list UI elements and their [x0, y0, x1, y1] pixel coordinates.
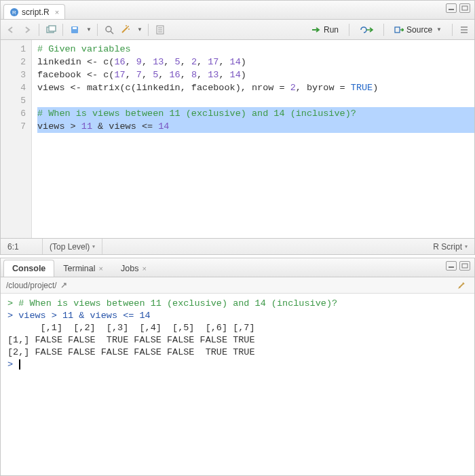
- code-area[interactable]: # Given variableslinkedin <- c(16, 9, 13…: [32, 40, 474, 238]
- console-prompt[interactable]: >: [7, 359, 474, 371]
- line-number: 4: [1, 81, 26, 94]
- code-editor[interactable]: 1234567 # Given variableslinkedin <- c(1…: [1, 40, 474, 238]
- console-pane: Console Terminal× Jobs× /cloud/project/ …: [0, 258, 475, 476]
- maximize-console-icon[interactable]: [459, 261, 470, 271]
- line-number: 2: [1, 56, 26, 68]
- code-line[interactable]: linkedin <- c(16, 9, 13, 5, 2, 17, 14): [37, 56, 474, 68]
- report-icon[interactable]: [154, 24, 166, 36]
- tab-script[interactable]: R script.R ×: [3, 4, 65, 19]
- svg-rect-5: [49, 26, 56, 31]
- source-statusbar: 6:1 (Top Level)▾ R Script▾: [1, 238, 474, 254]
- svg-point-12: [128, 28, 130, 30]
- code-line[interactable]: views <- matrix(c(linkedin, facebook), n…: [37, 81, 474, 94]
- working-dir: /cloud/project/: [6, 281, 57, 290]
- source-button[interactable]: Source ▼: [390, 23, 446, 37]
- svg-rect-23: [462, 264, 468, 268]
- source-tabbar: R script.R ×: [1, 1, 474, 20]
- rstudio-file-icon: R: [10, 7, 19, 17]
- wand-icon[interactable]: [119, 24, 132, 36]
- find-icon[interactable]: [103, 24, 115, 36]
- terminal-close-icon[interactable]: ×: [99, 264, 103, 273]
- scope-selector[interactable]: (Top Level)▾: [43, 239, 102, 254]
- language-selector[interactable]: R Script▾: [426, 239, 474, 254]
- console-tabbar: Console Terminal× Jobs×: [1, 258, 474, 277]
- console-window-controls: [446, 261, 470, 271]
- svg-point-13: [126, 25, 127, 26]
- svg-point-11: [128, 26, 129, 27]
- rerun-button[interactable]: [355, 24, 378, 36]
- minimize-console-icon[interactable]: [446, 261, 457, 271]
- svg-rect-22: [449, 266, 454, 268]
- tab-console[interactable]: Console: [3, 260, 54, 277]
- console-output[interactable]: > # When is views between 11 (exclusive)…: [1, 294, 474, 475]
- svg-rect-2: [449, 9, 454, 10]
- source-dropdown-icon[interactable]: ▼: [436, 26, 442, 33]
- source-label: Source: [406, 25, 432, 35]
- source-icon: [394, 26, 404, 34]
- console-line: [,1] [,2] [,3] [,4] [,5] [,6] [,7]: [7, 322, 474, 334]
- source-toolbar: ▼ ▼ Run Source ▼: [1, 20, 474, 40]
- forward-icon[interactable]: [21, 24, 33, 36]
- svg-rect-7: [73, 27, 77, 29]
- path-popout-icon[interactable]: [60, 281, 68, 290]
- code-line[interactable]: # When is views between 11 (exclusive) a…: [37, 107, 474, 120]
- pane-window-controls: [446, 3, 470, 13]
- svg-line-10: [122, 27, 128, 33]
- tab-jobs[interactable]: Jobs×: [112, 260, 155, 277]
- code-line[interactable]: # Given variables: [37, 43, 474, 56]
- cursor-icon: [19, 359, 20, 370]
- save-dropdown-icon[interactable]: ▼: [86, 26, 92, 33]
- svg-point-8: [106, 26, 111, 32]
- tab-script-label: script.R: [22, 7, 50, 17]
- line-gutter: 1234567: [1, 40, 32, 238]
- back-icon[interactable]: [5, 24, 17, 36]
- svg-rect-3: [462, 6, 468, 10]
- code-line[interactable]: facebook <- c(17, 7, 5, 16, 8, 13, 14): [37, 68, 474, 81]
- console-line: [1,] FALSE FALSE TRUE FALSE FALSE FALSE …: [7, 334, 474, 346]
- svg-rect-18: [395, 27, 400, 33]
- wand-dropdown-icon[interactable]: ▼: [137, 26, 142, 33]
- minimize-pane-icon[interactable]: [446, 3, 457, 13]
- tab-terminal[interactable]: Terminal×: [54, 260, 112, 277]
- code-line[interactable]: views > 11 & views <= 14: [37, 120, 474, 133]
- console-line: > # When is views between 11 (exclusive)…: [7, 298, 474, 310]
- line-number: 5: [1, 94, 26, 107]
- console-pathbar: /cloud/project/: [1, 277, 474, 294]
- line-number: 1: [1, 43, 26, 56]
- code-line[interactable]: [37, 94, 474, 107]
- show-in-new-window-icon[interactable]: [45, 24, 57, 36]
- svg-line-9: [111, 31, 113, 34]
- save-icon[interactable]: [69, 24, 81, 36]
- console-line: > views > 11 & views <= 14: [7, 310, 474, 322]
- jobs-close-icon[interactable]: ×: [142, 264, 146, 273]
- clear-console-icon[interactable]: [457, 279, 468, 290]
- console-line: [2,] FALSE FALSE FALSE FALSE FALSE TRUE …: [7, 346, 474, 359]
- svg-text:R: R: [12, 9, 16, 16]
- line-number: 3: [1, 68, 26, 81]
- tab-close-icon[interactable]: ×: [55, 8, 59, 16]
- run-icon: [311, 26, 321, 34]
- maximize-pane-icon[interactable]: [459, 3, 470, 13]
- run-label: Run: [324, 25, 339, 35]
- run-button[interactable]: Run: [307, 23, 343, 37]
- line-number: 6: [1, 107, 26, 120]
- outline-icon[interactable]: [458, 24, 470, 36]
- cursor-position: 6:1: [1, 239, 43, 254]
- line-number: 7: [1, 120, 26, 133]
- source-pane: R script.R × ▼ ▼ Run: [0, 0, 475, 255]
